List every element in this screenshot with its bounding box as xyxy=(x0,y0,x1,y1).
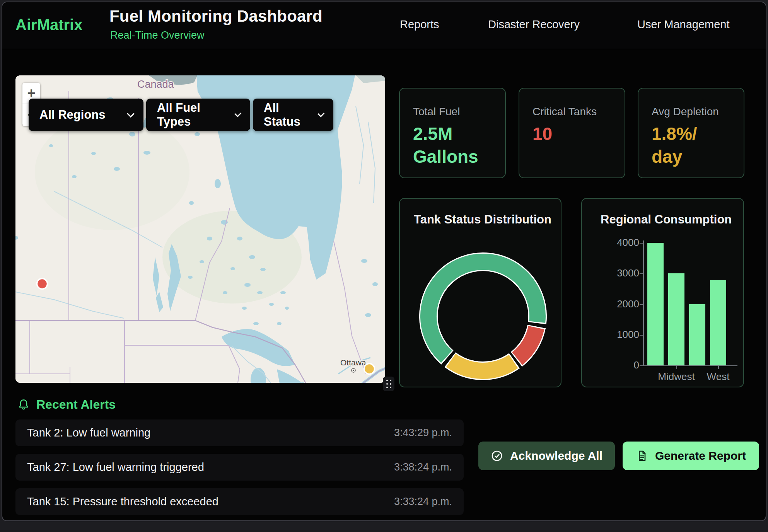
stat-card-total-fuel: Total Fuel 2.5M Gallons xyxy=(399,88,506,178)
stat-label: Avg Depletion xyxy=(652,106,719,118)
alert-text: Tank 2: Low fuel warning xyxy=(27,426,150,439)
map-town-symbol-dot xyxy=(353,370,354,371)
tank-status-chart-card: Tank Status Distribution xyxy=(399,198,561,387)
y-tick xyxy=(640,243,643,244)
y-tick-label: 1000 xyxy=(597,329,639,341)
bar-Midwest[interactable] xyxy=(668,273,684,365)
regional-consumption-bar-chart: 01000200030004000MidwestWest xyxy=(582,199,745,387)
chevron-down-icon xyxy=(234,110,242,118)
brand-logo: AirMatrix xyxy=(15,16,82,34)
fuel-type-filter-dropdown[interactable]: All Fuel Types xyxy=(146,99,250,131)
generate-report-button[interactable]: Generate Report xyxy=(623,442,759,470)
stat-card-avg-depletion: Avg Depletion 1.8%/ day xyxy=(638,88,744,178)
page-title: Fuel Monitoring Dashboard xyxy=(109,7,323,26)
map-marker-critical[interactable] xyxy=(37,279,48,289)
map-landcover xyxy=(35,114,189,230)
alert-row[interactable]: Tank 27: Low fuel warning triggered 3:38… xyxy=(15,454,464,481)
acknowledge-all-label: Acknowledge All xyxy=(510,449,602,462)
stat-value: 1.8%/ day xyxy=(652,123,733,168)
alert-text: Tank 15: Pressure threshold exceeded xyxy=(27,495,218,508)
stat-value: 2.5M Gallons xyxy=(413,123,494,168)
x-tick-label: West xyxy=(691,371,745,383)
app-window: AirMatrix Fuel Monitoring Dashboard Real… xyxy=(2,2,766,521)
y-tick-label: 2000 xyxy=(597,298,639,310)
stat-value-line: Gallons xyxy=(413,145,494,168)
x-tick xyxy=(718,366,719,369)
map-panel: Canada Ottawa Toronto New York + − All R… xyxy=(15,75,385,383)
stat-value-line: day xyxy=(652,145,733,168)
region-filter-dropdown[interactable]: All Regions xyxy=(29,99,143,131)
stat-label: Critical Tanks xyxy=(532,106,597,118)
alert-time: 3:33:24 p.m. xyxy=(394,496,452,508)
alerts-header: Recent Alerts xyxy=(17,397,116,412)
y-tick-label: 3000 xyxy=(597,267,639,279)
nav-disaster-recovery[interactable]: Disaster Recovery xyxy=(488,18,580,31)
y-tick xyxy=(640,273,643,274)
y-axis-line xyxy=(643,240,644,366)
bar-West[interactable] xyxy=(710,280,726,365)
check-circle-icon xyxy=(491,450,503,462)
status-filter-dropdown[interactable]: All Status xyxy=(253,99,333,131)
map-filterbar: All Regions All Fuel Types All Status xyxy=(29,99,333,131)
page-subtitle: Real-Time Overview xyxy=(110,29,205,41)
map-marker-warning[interactable] xyxy=(364,364,375,374)
bar-series-2[interactable] xyxy=(689,304,705,366)
map-label-ottawa: Ottawa xyxy=(340,358,366,367)
region-filter-value: All Regions xyxy=(39,108,106,122)
alert-text: Tank 27: Low fuel warning triggered xyxy=(27,461,204,474)
acknowledge-all-button[interactable]: Acknowledge All xyxy=(478,442,615,470)
y-tick-label: 4000 xyxy=(597,237,639,249)
stat-value-line: 1.8%/ xyxy=(652,123,733,145)
stat-value-line: 2.5M xyxy=(413,123,494,145)
stat-value: 10 xyxy=(532,123,614,145)
y-tick xyxy=(640,365,643,366)
stat-label: Total Fuel xyxy=(413,106,460,118)
alert-row[interactable]: Tank 2: Low fuel warning 3:43:29 p.m. xyxy=(15,419,464,446)
tank-status-doughnut-chart xyxy=(400,199,562,387)
alert-time: 3:43:29 p.m. xyxy=(394,427,452,439)
header: AirMatrix Fuel Monitoring Dashboard Real… xyxy=(2,2,766,49)
regional-consumption-chart-card: Regional Consumption 01000200030004000Mi… xyxy=(581,198,744,387)
nav-reports[interactable]: Reports xyxy=(400,18,439,31)
alert-time: 3:38:24 p.m. xyxy=(394,461,452,473)
y-tick-label: 0 xyxy=(597,359,639,371)
generate-report-label: Generate Report xyxy=(655,449,746,462)
x-axis-line xyxy=(643,365,737,366)
y-tick xyxy=(640,304,643,305)
fuel-type-filter-value: All Fuel Types xyxy=(157,101,225,129)
stat-value-line: 10 xyxy=(532,123,614,145)
map-resize-handle[interactable] xyxy=(383,377,394,391)
nav-user-management[interactable]: User Management xyxy=(637,18,730,31)
chevron-down-icon xyxy=(127,110,135,118)
x-tick xyxy=(676,366,677,369)
y-tick xyxy=(640,335,643,336)
map-label-canada: Canada xyxy=(137,78,174,90)
document-icon xyxy=(636,450,648,462)
status-filter-value: All Status xyxy=(264,101,309,129)
alerts-title: Recent Alerts xyxy=(36,397,116,412)
chevron-down-icon xyxy=(317,110,324,117)
bell-icon xyxy=(17,398,30,411)
alert-row[interactable]: Tank 15: Pressure threshold exceeded 3:3… xyxy=(15,488,464,515)
stat-card-critical-tanks: Critical Tanks 10 xyxy=(519,88,625,178)
bar-series-0[interactable] xyxy=(647,243,664,365)
